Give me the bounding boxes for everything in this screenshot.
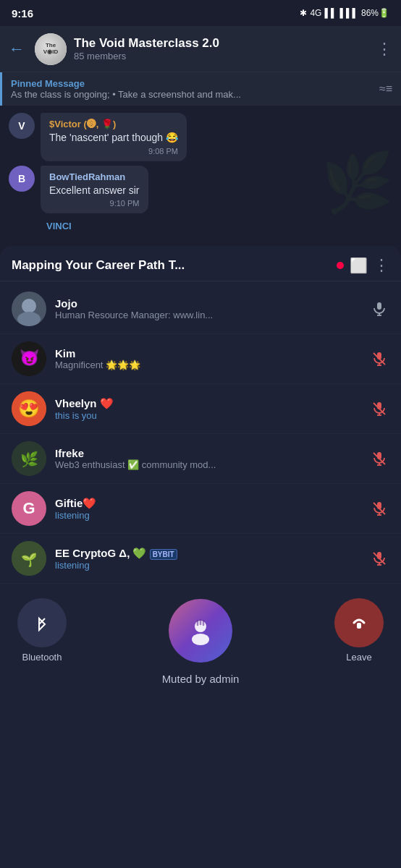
- bluetooth-button[interactable]: Bluetooth: [17, 598, 67, 663]
- msg-sender-2: BowTiedRahman: [49, 171, 140, 182]
- participant-avatar-eecryptog: 🌱: [12, 541, 46, 576]
- group-name: The Void Masterclass 2.0: [74, 36, 369, 51]
- mic-icon-kim: [369, 349, 389, 369]
- participant-avatar-giftie: G: [12, 491, 46, 526]
- muted-by-admin-label: Muted by admin: [0, 668, 401, 697]
- call-live-dot: [337, 262, 344, 269]
- participant-info-ifreke: Ifreke Web3 enthusiast ✅ community mod..…: [55, 447, 360, 470]
- signal-icon2: ▌▌▌: [339, 8, 358, 18]
- voice-call-header: Mapping Your Career Path T... ⬜ ⋮: [0, 246, 401, 281]
- participant-status-ifreke: Web3 enthusiast ✅ community mod...: [55, 459, 360, 470]
- pinned-label: Pinned Message: [11, 78, 241, 89]
- header-more-button[interactable]: ⋮: [376, 40, 392, 59]
- participant-info-kim: Kim Magnificent 🌟🌟🌟: [55, 347, 360, 370]
- signal-icon: ▌▌: [324, 8, 337, 18]
- message-bubble: $Victor (🅢, 🌹) The 'nascent' part though…: [41, 113, 187, 161]
- call-title: Mapping Your Career Path T...: [12, 258, 331, 273]
- participant-info-eecryptog: EE CryptoG Δ, 💚 BYBIT listening: [55, 547, 360, 571]
- chat-header: ← TheV◉ID The Void Masterclass 2.0 85 me…: [0, 26, 401, 72]
- msg-sender: $Victor (🅢, 🌹): [49, 119, 178, 129]
- participant-avatar-ifreke: 🌿: [12, 441, 46, 476]
- participant-info-jojo: Jojo Human Resource Manager: www.lin...: [55, 297, 360, 320]
- svg-point-1: [17, 312, 41, 326]
- status-time: 9:16: [12, 7, 33, 20]
- back-button[interactable]: ←: [9, 40, 25, 59]
- msg-time: 9:08 PM: [49, 147, 178, 156]
- participant-row-vheelyn: 😍 Vheelyn ❤️ this is you: [0, 384, 401, 434]
- call-more-button[interactable]: ⋮: [373, 256, 389, 275]
- voice-call-panel: Mapping Your Career Path T... ⬜ ⋮ Jojo H…: [0, 246, 401, 868]
- participant-status-vheelyn: this is you: [55, 410, 360, 421]
- pinned-text: As the class is ongoing; • Take a screen…: [11, 89, 241, 100]
- pinned-icon: ≈≡: [379, 82, 392, 95]
- participant-row-kim: 😈 Kim Magnificent 🌟🌟🌟: [0, 334, 401, 384]
- vinci-label: VINCI: [9, 218, 392, 233]
- status-bar: 9:16 ✱ 4G ▌▌ ▌▌▌ 86%🔋: [0, 0, 401, 26]
- mic-icon-jojo: [369, 299, 389, 319]
- participant-name-eecryptog: EE CryptoG Δ, 💚 BYBIT: [55, 547, 360, 560]
- participant-name-giftie: Giftie❤️: [55, 497, 360, 510]
- msg-avatar: V: [9, 113, 35, 139]
- participant-status-eecryptog: listening: [55, 560, 360, 571]
- svg-text:🌱: 🌱: [21, 552, 38, 568]
- participant-name-kim: Kim: [55, 347, 360, 359]
- screen-share-icon[interactable]: ⬜: [350, 257, 368, 274]
- mic-icon-ifreke: [369, 448, 389, 469]
- participants-list: Jojo Human Resource Manager: www.lin... …: [0, 281, 401, 587]
- mic-icon-vheelyn: [369, 399, 389, 419]
- svg-rect-35: [357, 623, 361, 629]
- svg-point-34: [192, 634, 209, 645]
- svg-text:😈: 😈: [20, 348, 40, 367]
- network-status: 4G: [310, 8, 321, 18]
- member-count: 85 members: [74, 51, 369, 61]
- battery-icon: 86%🔋: [361, 8, 389, 18]
- message-bubble-2: BowTiedRahman Excellent answer sir 9:10 …: [41, 166, 148, 214]
- pinned-message-bar[interactable]: Pinned Message As the class is ongoing; …: [0, 72, 401, 106]
- chat-watermark: 🌿: [321, 149, 394, 217]
- mic-icon-giftie: [369, 498, 389, 519]
- participant-row-eecryptog: 🌱 EE CryptoG Δ, 💚 BYBIT listening: [0, 534, 401, 584]
- svg-rect-2: [377, 302, 381, 310]
- msg-text: The 'nascent' part though 😂: [49, 131, 178, 145]
- chat-area: 🌿 V $Victor (🅢, 🌹) The 'nascent' part th…: [0, 106, 401, 250]
- participant-status-kim: Magnificent 🌟🌟🌟: [55, 359, 360, 370]
- call-controls: Bluetooth Leave: [0, 587, 401, 668]
- participant-name-ifreke: Ifreke: [55, 447, 360, 459]
- raise-hand-button[interactable]: [169, 599, 232, 663]
- participant-row: Jojo Human Resource Manager: www.lin...: [0, 284, 401, 334]
- mic-icon-eecryptog: [369, 548, 389, 569]
- group-avatar-inner: TheV◉ID: [35, 33, 67, 65]
- participant-info-vheelyn: Vheelyn ❤️ this is you: [55, 397, 360, 421]
- participant-row-giftie: G Giftie❤️ listening: [0, 484, 401, 534]
- participant-avatar-vheelyn: 😍: [12, 391, 46, 426]
- group-avatar: TheV◉ID: [35, 33, 67, 65]
- status-icons: ✱ 4G ▌▌ ▌▌▌ 86%🔋: [300, 8, 389, 18]
- leave-circle: [334, 598, 384, 647]
- svg-text:😍: 😍: [18, 398, 40, 419]
- participant-name: Jojo: [55, 297, 360, 310]
- svg-text:🌿: 🌿: [20, 451, 38, 468]
- bluetooth-circle: [17, 598, 67, 647]
- msg-text-2: Excellent answer sir: [49, 184, 140, 198]
- participant-avatar-jojo: [12, 292, 46, 326]
- pinned-content: Pinned Message As the class is ongoing; …: [11, 78, 241, 100]
- bluetooth-status-icon: ✱: [300, 8, 307, 18]
- leave-label: Leave: [346, 652, 371, 663]
- msg-time-2: 9:10 PM: [49, 199, 140, 208]
- participant-info-giftie: Giftie❤️ listening: [55, 497, 360, 521]
- svg-point-0: [22, 299, 36, 313]
- leave-button[interactable]: Leave: [334, 598, 384, 663]
- msg-avatar-b: B: [9, 166, 35, 192]
- raise-hand-circle: [169, 599, 232, 663]
- participant-status: Human Resource Manager: www.lin...: [55, 310, 360, 320]
- bluetooth-label: Bluetooth: [22, 652, 62, 663]
- participant-row-ifreke: 🌿 Ifreke Web3 enthusiast ✅ community mod…: [0, 434, 401, 484]
- header-info: The Void Masterclass 2.0 85 members: [74, 36, 369, 61]
- participant-name-vheelyn: Vheelyn ❤️: [55, 397, 360, 410]
- participant-avatar-kim: 😈: [12, 341, 46, 376]
- participant-status-giftie: listening: [55, 510, 360, 521]
